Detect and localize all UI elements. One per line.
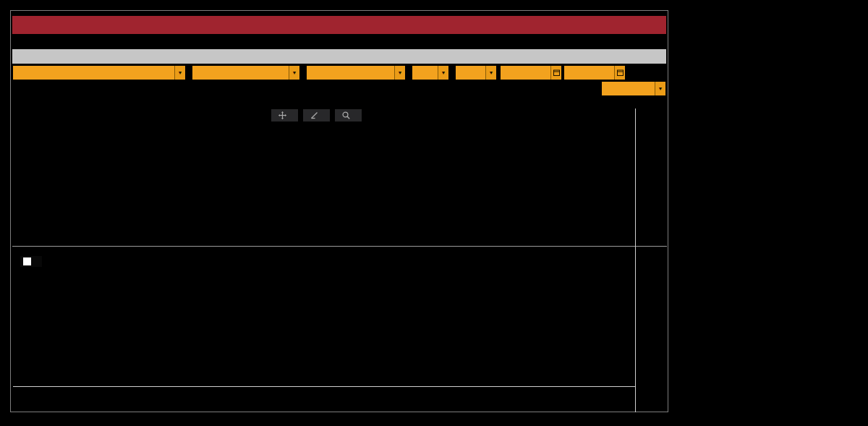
benchmark-field[interactable]: ▼ — [192, 66, 299, 80]
chart-toolbar — [271, 109, 362, 122]
portfolio-value — [13, 66, 174, 80]
track-button[interactable] — [271, 109, 298, 122]
page-canvas: ▼ ▼ ▼ ▼ ▼ — [0, 0, 868, 426]
currency-value — [412, 66, 438, 80]
currency-field[interactable]: ▼ — [412, 66, 448, 80]
total-return-chart[interactable] — [13, 108, 637, 246]
side-note — [697, 318, 867, 325]
terminal-window: ▼ ▼ ▼ ▼ ▼ — [10, 10, 668, 412]
series-swatch — [23, 257, 31, 265]
date-from-value — [501, 66, 550, 80]
series-legend — [446, 208, 634, 211]
time-mode-value — [456, 66, 485, 80]
date-from-field[interactable] — [501, 66, 561, 80]
freq-field[interactable]: ▼ — [602, 82, 665, 95]
track-icon — [278, 111, 286, 119]
portfolio-field[interactable]: ▼ — [13, 66, 185, 80]
chart-region — [12, 95, 666, 411]
dropdown-arrow-icon[interactable]: ▼ — [485, 66, 496, 80]
performance-difference-legend — [20, 256, 42, 267]
freq-value — [602, 82, 655, 95]
zoom-button[interactable] — [335, 109, 362, 122]
dropdown-arrow-icon[interactable]: ▼ — [174, 66, 185, 80]
zoom-icon — [342, 111, 350, 119]
annotate-button[interactable] — [303, 109, 330, 122]
model-value — [307, 66, 394, 80]
dropdown-arrow-icon[interactable]: ▼ — [438, 66, 448, 80]
y-axis-line — [635, 108, 636, 412]
dropdown-arrow-icon[interactable]: ▼ — [289, 66, 299, 80]
menu-bar — [12, 16, 666, 34]
subtab-bar — [12, 49, 666, 64]
calendar-icon[interactable] — [614, 66, 625, 80]
date-to-field[interactable] — [564, 66, 625, 80]
dropdown-arrow-icon[interactable]: ▼ — [394, 66, 405, 80]
annotate-icon — [310, 111, 318, 119]
dropdown-arrow-icon[interactable]: ▼ — [655, 82, 665, 95]
performance-difference-chart[interactable] — [13, 247, 637, 386]
x-axis-line — [13, 386, 636, 387]
unit-row: ▼ — [12, 81, 666, 95]
calendar-icon[interactable] — [550, 66, 561, 80]
date-to-value — [564, 66, 614, 80]
tab-bar — [12, 35, 666, 48]
model-field[interactable]: ▼ — [307, 66, 405, 80]
panel-divider — [12, 246, 667, 247]
time-mode-field[interactable]: ▼ — [456, 66, 496, 80]
benchmark-value — [192, 66, 289, 80]
controls-row: ▼ ▼ ▼ ▼ ▼ — [12, 64, 666, 81]
